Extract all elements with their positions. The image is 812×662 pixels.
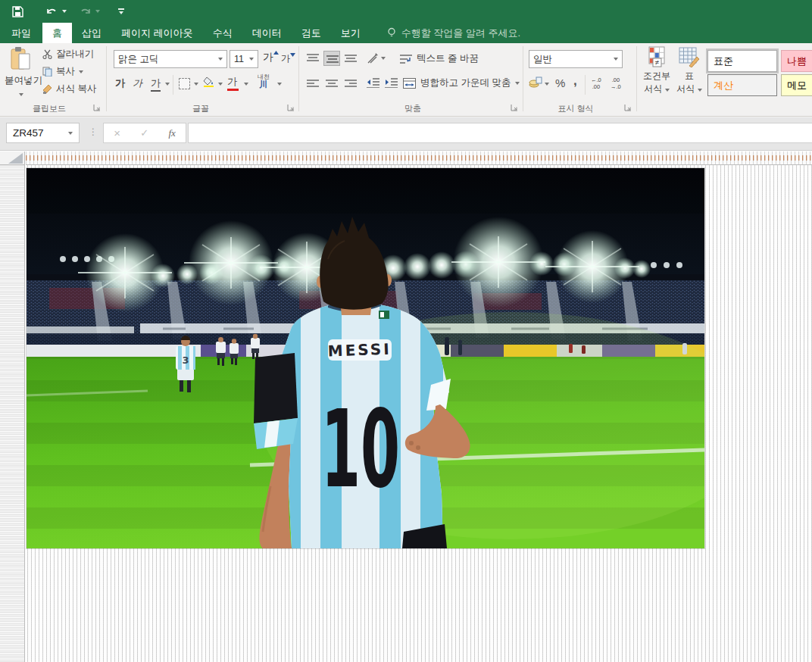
tab-file[interactable]: 파일 bbox=[0, 23, 42, 43]
tab-label: 삽입 bbox=[82, 27, 102, 40]
font-color-button[interactable]: 가 bbox=[227, 75, 239, 91]
tab-label: 검토 bbox=[301, 27, 321, 40]
borders-dropdown-icon[interactable] bbox=[194, 83, 198, 86]
underline-button[interactable]: 가 bbox=[151, 77, 161, 92]
enter-button[interactable]: ✓ bbox=[140, 127, 148, 139]
copy-label: 복사 bbox=[56, 65, 75, 78]
number-dialog-launcher[interactable] bbox=[624, 104, 632, 111]
cell-style-bad[interactable]: 나쁨 bbox=[781, 50, 812, 72]
accounting-dropdown-icon[interactable] bbox=[545, 83, 549, 86]
alignment-dialog-launcher[interactable] bbox=[511, 104, 518, 111]
column-headers[interactable] bbox=[26, 151, 812, 165]
tell-me-box[interactable]: 수행할 작업을 알려 주세요. bbox=[387, 23, 520, 43]
tab-label: 파일 bbox=[11, 27, 31, 40]
cell-style-note[interactable]: 메모 bbox=[781, 74, 812, 96]
fill-color-icon bbox=[203, 77, 216, 87]
chevron-down-icon bbox=[698, 89, 702, 92]
number-format-combo[interactable]: 일반 bbox=[529, 50, 623, 68]
tab-home[interactable]: 홈 bbox=[42, 23, 72, 43]
number-format-value: 일반 bbox=[533, 53, 552, 66]
font-dialog-launcher[interactable] bbox=[287, 104, 295, 111]
cell-style-normal[interactable]: 표준 bbox=[707, 50, 777, 72]
font-name-combo[interactable]: 맑은 고딕 bbox=[114, 50, 227, 68]
format-as-table-button[interactable]: 표 서식 bbox=[676, 46, 703, 95]
conditional-formatting-icon: ≠ bbox=[647, 46, 667, 67]
format-painter-button[interactable]: 서식 복사 bbox=[42, 83, 96, 95]
undo-button[interactable] bbox=[42, 3, 61, 20]
phonetic-dropdown-icon[interactable] bbox=[277, 83, 282, 86]
accounting-format-button[interactable] bbox=[529, 77, 542, 91]
name-box-dropdown-icon[interactable] bbox=[68, 132, 73, 135]
redo-dropdown[interactable] bbox=[94, 3, 102, 20]
borders-button[interactable] bbox=[179, 78, 190, 89]
paste-button[interactable]: 붙여넣기 bbox=[5, 45, 38, 100]
tab-label: 수식 bbox=[213, 27, 233, 40]
cell-style-calculation[interactable]: 계산 bbox=[707, 74, 777, 96]
align-left-button[interactable] bbox=[304, 77, 321, 92]
active-cell-cursor[interactable] bbox=[379, 311, 389, 319]
tab-page-layout[interactable]: 페이지 레이아웃 bbox=[111, 23, 203, 43]
fill-color-button[interactable] bbox=[203, 77, 216, 89]
phonetic-button[interactable]: 내천 川 bbox=[258, 74, 270, 89]
align-center-button[interactable] bbox=[323, 77, 340, 92]
tab-formulas[interactable]: 수식 bbox=[203, 23, 242, 43]
font-color-dropdown-icon[interactable] bbox=[244, 83, 248, 86]
insert-function-button[interactable]: fx bbox=[168, 127, 175, 139]
tab-insert[interactable]: 삽입 bbox=[72, 23, 111, 43]
merge-center-button[interactable]: 병합하고 가운데 맞춤 bbox=[403, 77, 520, 89]
undo-dropdown[interactable] bbox=[61, 3, 68, 20]
underline-dropdown-icon[interactable] bbox=[165, 83, 170, 86]
grow-font-button[interactable]: 가 bbox=[263, 51, 279, 64]
jersey-number-text: 10 bbox=[321, 388, 400, 511]
percent-style-button[interactable]: % bbox=[555, 77, 565, 89]
tab-label: 데이터 bbox=[252, 27, 282, 40]
conditional-formatting-button[interactable]: ≠ 조건부 서식 bbox=[641, 46, 673, 95]
increase-decimal-top: ←.0 bbox=[591, 77, 601, 83]
grow-font-glyph: 가 bbox=[263, 51, 273, 63]
align-middle-icon bbox=[326, 55, 339, 64]
customize-qat-button[interactable] bbox=[115, 3, 127, 20]
redo-button[interactable] bbox=[76, 3, 94, 20]
row-headers[interactable] bbox=[0, 165, 25, 662]
align-bottom-button[interactable] bbox=[342, 51, 359, 66]
wrap-text-button[interactable]: 텍스트 줄 바꿈 bbox=[400, 52, 479, 65]
align-middle-button[interactable] bbox=[323, 51, 340, 66]
fill-color-dropdown-icon[interactable] bbox=[218, 83, 223, 86]
caret-down-icon bbox=[290, 52, 295, 57]
italic-button[interactable]: 가 bbox=[132, 77, 145, 90]
increase-decimal-button[interactable]: ←.0 .00 bbox=[591, 77, 601, 90]
select-all-button[interactable] bbox=[0, 151, 25, 165]
font-size-combo[interactable]: 11 bbox=[230, 50, 258, 68]
embedded-picture[interactable]: 3 bbox=[27, 168, 704, 548]
conditional-label-1: 조건부 bbox=[641, 70, 673, 83]
increase-indent-button[interactable] bbox=[385, 78, 398, 90]
align-top-button[interactable] bbox=[304, 51, 321, 66]
formula-bar-separator[interactable]: ⋮ bbox=[89, 126, 98, 137]
tab-data[interactable]: 데이터 bbox=[242, 23, 292, 43]
group-label-clipboard: 클립보드 bbox=[15, 103, 83, 114]
increase-indent-icon bbox=[385, 78, 398, 88]
copy-button[interactable]: 복사 bbox=[42, 65, 83, 78]
align-right-button[interactable] bbox=[342, 77, 359, 92]
formula-input[interactable] bbox=[188, 123, 812, 143]
cut-button[interactable]: 잘라내기 bbox=[42, 48, 94, 61]
name-box[interactable]: ZR457 bbox=[6, 123, 80, 143]
bold-button[interactable]: 가 bbox=[115, 77, 125, 90]
orientation-button[interactable] bbox=[367, 52, 379, 67]
tab-view[interactable]: 보기 bbox=[331, 23, 370, 43]
svg-text:3: 3 bbox=[182, 354, 189, 366]
clipboard-dialog-launcher[interactable] bbox=[93, 104, 101, 111]
save-button[interactable] bbox=[9, 3, 26, 20]
decrease-decimal-button[interactable]: .00 →.0 bbox=[611, 77, 621, 90]
cancel-button[interactable]: × bbox=[114, 126, 120, 139]
conditional-label-2: 서식 bbox=[641, 83, 673, 95]
jersey-name-text: MESSI bbox=[327, 340, 392, 361]
shrink-font-button[interactable]: 가 bbox=[281, 52, 295, 65]
increase-decimal-bottom: .00 bbox=[591, 83, 601, 90]
ribbon-tab-row: 파일 홈 삽입 페이지 레이아웃 수식 데이터 검토 보기 수행할 작업을 알려… bbox=[0, 23, 812, 43]
orientation-dropdown-icon[interactable] bbox=[381, 57, 386, 60]
comma-style-button[interactable]: , bbox=[573, 73, 577, 89]
merge-center-label: 병합하고 가운데 맞춤 bbox=[420, 77, 511, 89]
tab-review[interactable]: 검토 bbox=[292, 23, 331, 43]
decrease-indent-button[interactable] bbox=[367, 78, 379, 90]
